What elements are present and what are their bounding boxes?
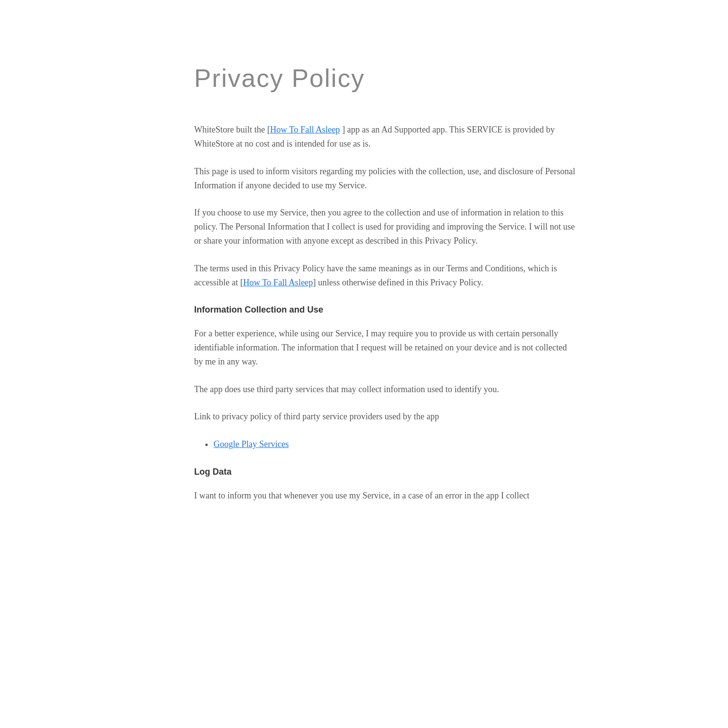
list-item: Google Play Services	[214, 437, 578, 451]
section1-paragraph-3: Link to privacy policy of third party se…	[194, 410, 578, 424]
section1-paragraph-1: For a better experience, while using our…	[194, 327, 578, 368]
section1-title: Information Collection and Use	[194, 303, 578, 317]
section2-title: Log Data	[194, 465, 578, 479]
page-title: Privacy Policy	[194, 58, 578, 99]
google-play-services-link[interactable]: Google Play Services	[214, 439, 289, 449]
section1-paragraph-2: The app does use third party services th…	[194, 382, 578, 397]
intro-paragraph-1: WhiteStore built the [How To Fall Asleep…	[194, 123, 578, 151]
intro-paragraph-4: The terms used in this Privacy Policy ha…	[194, 262, 578, 290]
page-container: Privacy Policy WhiteStore built the [How…	[131, 0, 597, 555]
section2-paragraph-1: I want to inform you that whenever you u…	[194, 489, 578, 503]
app-link-2[interactable]: How To Fall Asleep	[243, 278, 313, 287]
app-link-1[interactable]: How To Fall Asleep	[270, 125, 340, 134]
intro-paragraph-2: This page is used to inform visitors reg…	[194, 165, 578, 193]
third-party-list: Google Play Services	[214, 437, 578, 451]
intro-paragraph-3: If you choose to use my Service, then yo…	[194, 206, 578, 248]
